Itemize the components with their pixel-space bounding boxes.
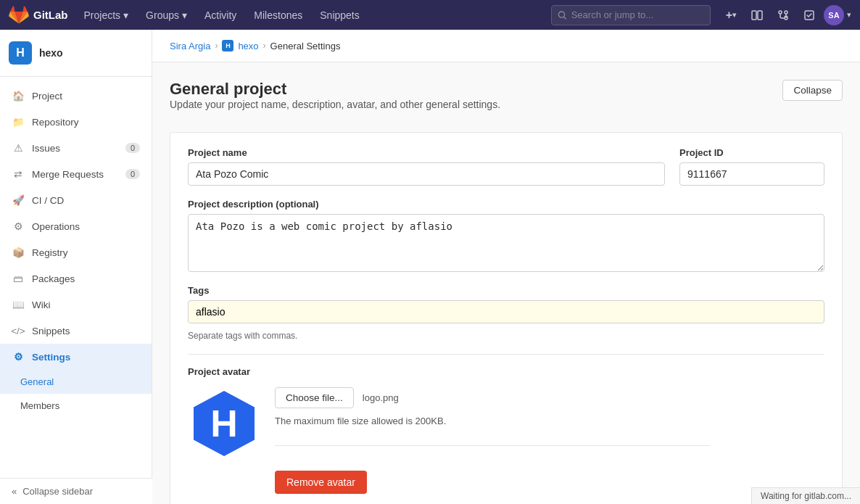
remove-avatar-button[interactable]: Remove avatar	[275, 471, 367, 494]
form-divider	[188, 354, 824, 355]
issues-nav-icon: ⚠	[12, 141, 25, 154]
project-id-input[interactable]	[679, 162, 824, 186]
search-bar[interactable]	[551, 5, 711, 25]
sidebar-item-wiki[interactable]: 📖 Wiki	[0, 292, 152, 318]
merge-requests-icon[interactable]	[772, 4, 795, 27]
snippets-nav-icon: </>	[12, 324, 25, 337]
search-input[interactable]	[571, 9, 704, 20]
wiki-nav-icon: 📖	[12, 298, 25, 311]
svg-rect-2	[758, 11, 762, 20]
sidebar-collapse-button[interactable]: « Collapse sidebar	[0, 478, 152, 504]
merge-badge: 0	[125, 169, 140, 179]
sidebar-item-snippets[interactable]: </> Snippets	[0, 318, 152, 344]
sidebar-item-label: CI / CD	[32, 195, 64, 206]
issues-badge: 0	[125, 143, 140, 153]
sidebar-subitem-general[interactable]: General	[0, 370, 152, 394]
tags-input[interactable]	[188, 300, 824, 323]
project-icon: H	[9, 41, 32, 65]
main-layout: H hexo 🏠 Project 📁 Repository ⚠ Issues 0…	[0, 30, 860, 504]
user-menu-chevron[interactable]: ▾	[847, 10, 851, 20]
project-nav-icon: 🏠	[12, 89, 25, 102]
avatar-divider	[275, 445, 710, 446]
chevron-down-icon: ▾	[123, 9, 128, 21]
avatar-hint: The maximum file size allowed is 200KB.	[275, 416, 710, 426]
page-title: General project	[170, 80, 500, 99]
sidebar-item-registry[interactable]: 📦 Registry	[0, 239, 152, 265]
project-name-row: Project name Project ID	[188, 147, 824, 186]
sidebar-item-repository[interactable]: 📁 Repository	[0, 109, 152, 135]
sidebar-item-label: Issues	[32, 143, 60, 154]
topnav: GitLab Projects ▾ Groups ▾ Activity Mile…	[0, 0, 860, 30]
ops-nav-icon: ⚙	[12, 220, 25, 233]
sidebar-subitem-label: General	[20, 376, 54, 387]
general-settings-form: Project name Project ID Project descript…	[170, 132, 843, 504]
status-text: Waiting for gitlab.com...	[761, 491, 851, 501]
sidebar-item-label: Project	[32, 91, 62, 102]
breadcrumb: Sira Argia › H hexo › General Settings	[152, 30, 860, 62]
avatar-label: Project avatar	[188, 366, 824, 377]
svg-point-3	[779, 11, 782, 14]
tags-hint: Separate tags with commas.	[188, 331, 824, 341]
hexo-project-icon: H	[222, 40, 233, 51]
search-icon	[558, 10, 567, 20]
project-name-group: Project name	[188, 147, 665, 186]
sidebar-item-merge-requests[interactable]: ⇄ Merge Requests 0	[0, 161, 152, 187]
sidebar-project-name: hexo	[39, 47, 63, 59]
sidebar-item-settings[interactable]: ⚙ Settings	[0, 344, 152, 370]
sidebar-toggle-icon[interactable]	[745, 4, 769, 27]
project-description-input[interactable]: Ata Pozo is a web comic project by aflas…	[188, 214, 824, 272]
sidebar-item-label: Merge Requests	[32, 169, 104, 180]
merge-nav-icon: ⇄	[12, 168, 25, 181]
breadcrumb-sira-argia[interactable]: Sira Argia	[170, 41, 210, 51]
sidebar-subitem-members[interactable]: Members	[0, 394, 152, 418]
settings-nav-icon: ⚙	[12, 350, 25, 363]
tags-label: Tags	[188, 285, 824, 296]
sidebar-item-label: Operations	[32, 221, 80, 232]
sidebar-item-operations[interactable]: ⚙ Operations	[0, 213, 152, 239]
sidebar-item-issues[interactable]: ⚠ Issues 0	[0, 135, 152, 161]
choose-file-button[interactable]: Choose file...	[275, 387, 354, 408]
project-description-label: Project description (optional)	[188, 199, 824, 210]
sidebar-item-label: Snippets	[32, 326, 70, 336]
registry-nav-icon: 📦	[12, 246, 25, 259]
packages-nav-icon: 🗃	[12, 272, 25, 285]
breadcrumb-hexo[interactable]: hexo	[238, 41, 258, 51]
avatar-section: H Choose file... logo.png The maximum fi…	[188, 387, 824, 494]
avatar-group: Project avatar H Choose file...	[188, 366, 824, 494]
file-name-label: logo.png	[363, 392, 399, 403]
status-bar: Waiting for gitlab.com...	[751, 487, 860, 504]
settings-wrap: General project Update your project name…	[152, 62, 860, 504]
topnav-projects[interactable]: Projects ▾	[77, 0, 136, 30]
project-name-label: Project name	[188, 147, 665, 158]
topnav-activity[interactable]: Activity	[197, 0, 244, 30]
collapse-button[interactable]: Collapse	[782, 80, 843, 101]
sidebar-item-packages[interactable]: 🗃 Packages	[0, 265, 152, 292]
todos-icon[interactable]	[798, 4, 821, 27]
topnav-snippets[interactable]: Snippets	[313, 0, 366, 30]
svg-text:H: H	[210, 402, 238, 445]
breadcrumb-sep-1: ›	[215, 41, 218, 51]
topnav-milestones[interactable]: Milestones	[247, 0, 310, 30]
gitlab-wordmark: GitLab	[33, 9, 68, 21]
sidebar-item-label: Registry	[32, 247, 68, 258]
topnav-groups[interactable]: Groups ▾	[138, 0, 194, 30]
breadcrumb-sep-2: ›	[263, 41, 266, 51]
settings-header: General project Update your project name…	[170, 80, 843, 128]
sidebar-project-header[interactable]: H hexo	[0, 30, 152, 77]
settings-description: Update your project name, description, a…	[170, 99, 500, 110]
topnav-icon-group: +▾ SA ▾	[719, 4, 851, 27]
gitlab-logo[interactable]: GitLab	[9, 5, 68, 25]
avatar-file-row: Choose file... logo.png	[275, 387, 710, 408]
cicd-nav-icon: 🚀	[12, 194, 25, 207]
sidebar-item-cicd[interactable]: 🚀 CI / CD	[0, 187, 152, 213]
sidebar-item-project[interactable]: 🏠 Project	[0, 83, 152, 109]
breadcrumb-current: General Settings	[270, 41, 341, 51]
project-description-group: Project description (optional) Ata Pozo …	[188, 199, 824, 272]
user-avatar[interactable]: SA	[824, 5, 844, 25]
project-name-input[interactable]	[188, 162, 665, 186]
chevron-down-icon: ▾	[182, 9, 187, 21]
tags-group: Tags Separate tags with commas.	[188, 285, 824, 341]
collapse-sidebar-label: Collapse sidebar	[22, 486, 93, 497]
new-item-button[interactable]: +▾	[719, 4, 743, 27]
repo-nav-icon: 📁	[12, 115, 25, 128]
